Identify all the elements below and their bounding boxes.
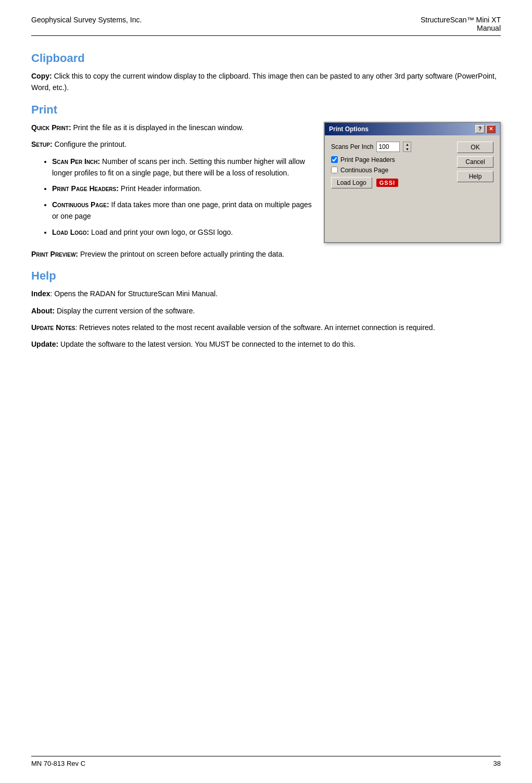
spinner-down[interactable]: ▼ bbox=[403, 147, 411, 151]
print-page-headers-row: Print Page Headers bbox=[331, 156, 452, 163]
quick-print-label: Quick Print: bbox=[31, 123, 71, 132]
scans-per-inch-spinner: ▲ ▼ bbox=[403, 142, 411, 152]
continuous-page-label: Continuous Page bbox=[340, 167, 388, 174]
index-text: : Opens the RADAN for StructureScan Mini… bbox=[50, 289, 218, 298]
dialog-left-col: Scans Per Inch ▲ ▼ Print Page Headers bbox=[331, 142, 452, 188]
load-logo-area: Load Logo GSSI bbox=[331, 177, 452, 188]
print-options-dialog: Print Options ? ✕ Scans Per Inch ▲ ▼ bbox=[324, 122, 501, 243]
print-heading: Print bbox=[31, 103, 501, 117]
continuous-page-row: Continuous Page bbox=[331, 167, 452, 174]
print-preview-label: Print Preview: bbox=[31, 250, 78, 258]
bullet-continuous-page: Continuous Page: If data takes more than… bbox=[52, 199, 313, 222]
help-heading: Help bbox=[31, 269, 501, 283]
product-name: StructureScan™ Mini XT Manual bbox=[421, 16, 501, 32]
spinner-up[interactable]: ▲ bbox=[403, 142, 411, 147]
print-preview-para: Print Preview: Preview the printout on s… bbox=[31, 248, 501, 260]
scans-per-inch-row: Scans Per Inch ▲ ▼ bbox=[331, 142, 452, 152]
scans-per-inch-input[interactable] bbox=[376, 142, 400, 152]
bullet-scan-per-inch: Scan Per Inch: Number of scans per inch.… bbox=[52, 156, 313, 179]
continuous-page-checkbox[interactable] bbox=[331, 167, 338, 173]
load-logo-button[interactable]: Load Logo bbox=[331, 177, 372, 188]
index-para: Index: Opens the RADAN for StructureScan… bbox=[31, 288, 501, 299]
footer-revision: MN 70-813 Rev C bbox=[31, 760, 85, 767]
about-para: About: Display the current version of th… bbox=[31, 305, 501, 317]
update-text: Update the software to the latest versio… bbox=[58, 340, 356, 348]
footer-page-number: 38 bbox=[493, 760, 501, 767]
page-header: Geophysical Survey Systems, Inc. Structu… bbox=[31, 16, 501, 36]
copy-text: Click this to copy the current window di… bbox=[31, 72, 497, 92]
quick-print-text: Print the file as it is displayed in the… bbox=[71, 123, 244, 132]
setup-label: Setup: bbox=[31, 140, 53, 148]
print-text-col: Quick Print: Print the file as it is dis… bbox=[31, 122, 313, 243]
print-section: Print Quick Print: Print the file as it … bbox=[31, 103, 501, 260]
help-button[interactable]: Help bbox=[457, 171, 493, 182]
update-label: Update: bbox=[31, 340, 58, 348]
clipboard-copy-para: Copy: Click this to copy the current win… bbox=[31, 70, 501, 94]
about-text: Display the current version of the softw… bbox=[55, 307, 195, 315]
ok-button[interactable]: OK bbox=[457, 142, 493, 153]
print-content-row: Quick Print: Print the file as it is dis… bbox=[31, 122, 501, 243]
help-section: Help Index: Opens the RADAN for Structur… bbox=[31, 269, 501, 350]
page-footer: MN 70-813 Rev C 38 bbox=[31, 756, 501, 767]
update-notes-para: Update Notes: Retrieves notes related to… bbox=[31, 322, 501, 333]
dialog-help-icon[interactable]: ? bbox=[475, 125, 485, 133]
dialog-close-icon[interactable]: ✕ bbox=[486, 125, 496, 133]
update-para: Update: Update the software to the lates… bbox=[31, 338, 501, 350]
dialog-content: Scans Per Inch ▲ ▼ Print Page Headers bbox=[325, 135, 500, 195]
bullet-pph-label: Print Page Headers: bbox=[52, 184, 119, 193]
bullet-ll-label: Load Logo: bbox=[52, 228, 89, 236]
bullet-print-page-headers: Print Page Headers: Print Header informa… bbox=[52, 183, 313, 194]
print-bullets: Scan Per Inch: Number of scans per inch.… bbox=[52, 156, 313, 238]
dialog-title: Print Options bbox=[329, 125, 369, 133]
update-notes-label: Update Notes bbox=[31, 323, 75, 332]
bullet-load-logo: Load Logo: Load and print your own logo,… bbox=[52, 226, 313, 238]
setup-para: Setup: Configure the printout. bbox=[31, 138, 313, 150]
scans-per-inch-label: Scans Per Inch bbox=[331, 143, 373, 150]
quick-print-para: Quick Print: Print the file as it is dis… bbox=[31, 122, 313, 133]
cancel-button[interactable]: Cancel bbox=[457, 156, 493, 168]
print-page-headers-label: Print Page Headers bbox=[340, 156, 395, 163]
titlebar-buttons: ? ✕ bbox=[475, 125, 496, 133]
gssi-logo: GSSI bbox=[376, 179, 398, 187]
about-label: About: bbox=[31, 307, 55, 315]
copy-label: Copy: bbox=[31, 72, 52, 80]
clipboard-heading: Clipboard bbox=[31, 52, 501, 65]
bullet-pph-text: Print Header information. bbox=[119, 184, 202, 193]
dialog-right-col: OK Cancel Help bbox=[457, 142, 493, 188]
dialog-titlebar: Print Options ? ✕ bbox=[325, 123, 500, 135]
update-notes-text: : Retrieves notes related to the most re… bbox=[75, 323, 435, 332]
bullet-scan-label: Scan Per Inch: bbox=[52, 157, 100, 166]
clipboard-section: Clipboard Copy: Click this to copy the c… bbox=[31, 52, 501, 94]
company-name: Geophysical Survey Systems, Inc. bbox=[31, 16, 142, 24]
bullet-ll-text: Load and print your own logo, or GSSI lo… bbox=[89, 228, 233, 236]
index-label: Index bbox=[31, 289, 50, 298]
print-page-headers-checkbox[interactable] bbox=[331, 156, 338, 163]
setup-text: Configure the printout. bbox=[53, 140, 126, 148]
bullet-cp-label: Continuous Page: bbox=[52, 200, 109, 209]
print-preview-text: Preview the printout on screen before ac… bbox=[78, 250, 284, 258]
